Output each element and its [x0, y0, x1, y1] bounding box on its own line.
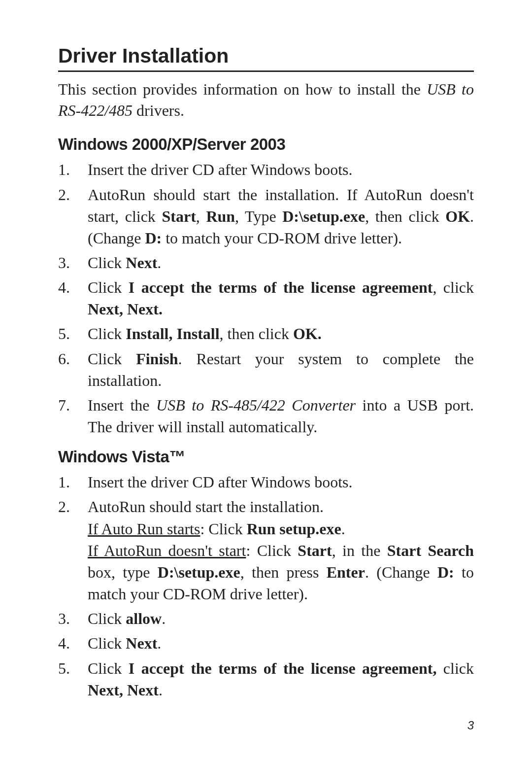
bold-term: Start [162, 207, 196, 225]
bold-term: Next [126, 634, 157, 652]
bold-term: D:\setup.exe [282, 207, 365, 225]
list-item: Click Next. [58, 632, 474, 654]
step-text: Click [88, 278, 129, 296]
list-item: AutoRun should start the installation. I… [58, 496, 474, 605]
list-item: Click Install, Install, then click OK. [58, 323, 474, 345]
underline-term: If Auto Run starts [88, 520, 200, 538]
step-text: , click [432, 278, 474, 296]
page: Driver Installation This section provide… [0, 0, 532, 760]
step-text: . (Change [365, 563, 437, 581]
list-item: Click allow. [58, 608, 474, 629]
step-text: , in the [332, 542, 387, 559]
step-text: , then click [365, 207, 445, 225]
section1-list: Insert the driver CD after Windows boots… [58, 159, 474, 438]
bold-term: Install, Install [126, 325, 219, 343]
intro-text-pre: This section provides information on how… [58, 80, 427, 98]
step-text: : Click [246, 542, 298, 559]
bold-term: Next [126, 254, 157, 272]
step-text: , Type [235, 207, 282, 225]
step-text: Insert the driver CD after Windows boots… [88, 161, 353, 178]
step-text: Click [88, 610, 126, 627]
step-text: click [436, 659, 474, 677]
step-text: Click [88, 254, 126, 272]
intro-text-post: drivers. [133, 102, 184, 119]
bold-term: Run [206, 207, 235, 225]
list-item: Click Next. [58, 252, 474, 274]
bold-term: D: [145, 229, 162, 247]
page-title: Driver Installation [58, 44, 474, 72]
bold-term: Enter [327, 563, 365, 581]
step-text: . [157, 254, 161, 272]
bold-term: allow [126, 610, 162, 627]
list-item: AutoRun should start the installation. I… [58, 184, 474, 249]
bold-term: I accept the terms of the license agreem… [129, 659, 437, 677]
step-text: Click [88, 659, 129, 677]
list-item: Click Finish. Restart your system to com… [58, 348, 474, 391]
section-heading-vista: Windows Vista™ [58, 448, 474, 466]
page-number: 3 [467, 719, 474, 732]
step-text: . [341, 520, 345, 538]
step-text: . [159, 681, 163, 699]
step-text: , then press [240, 563, 327, 581]
bold-term: I accept the terms of the license agreem… [129, 278, 433, 296]
step-text: Insert the [88, 396, 156, 414]
bold-term: OK. [293, 325, 322, 343]
step-text: : Click [200, 520, 246, 538]
step-text: box, type [88, 563, 158, 581]
list-item: Insert the driver CD after Windows boots… [58, 159, 474, 180]
section-heading-win2000: Windows 2000/XP/Server 2003 [58, 135, 474, 154]
step-text: Click [88, 634, 126, 652]
underline-term: If AutoRun doesn't start [88, 542, 246, 559]
step-text: . [157, 634, 161, 652]
bold-term: Next, Next. [88, 300, 163, 318]
step-text: . [162, 610, 166, 627]
step-text: , [196, 207, 206, 225]
list-item: Insert the USB to RS-485/422 Converter i… [58, 394, 474, 438]
bold-term: D: [437, 563, 454, 581]
step-text: Click [88, 350, 136, 368]
bold-term: D:\setup.exe [158, 563, 240, 581]
step-text: AutoRun should start the installation. [88, 498, 324, 516]
list-item: Click I accept the terms of the license … [58, 276, 474, 320]
step-text: , then click [220, 325, 293, 343]
step-text: to match your CD-ROM drive letter). [162, 229, 402, 247]
section2-list: Insert the driver CD after Windows boots… [58, 471, 474, 701]
bold-term: Start [298, 542, 332, 559]
bold-term: Next, Next [88, 681, 159, 699]
intro-paragraph: This section provides information on how… [58, 79, 474, 121]
list-item: Click I accept the terms of the license … [58, 657, 474, 701]
step-text: Click [88, 325, 126, 343]
bold-term: Run setup.exe [247, 520, 341, 538]
bold-term: OK [445, 207, 470, 225]
list-item: Insert the driver CD after Windows boots… [58, 471, 474, 493]
bold-term: Start Search [387, 542, 474, 559]
step-text: Insert the driver CD after Windows boots… [88, 473, 353, 491]
italic-term: USB to RS-485/422 Converter [156, 396, 363, 414]
bold-term: Finish [136, 350, 178, 368]
